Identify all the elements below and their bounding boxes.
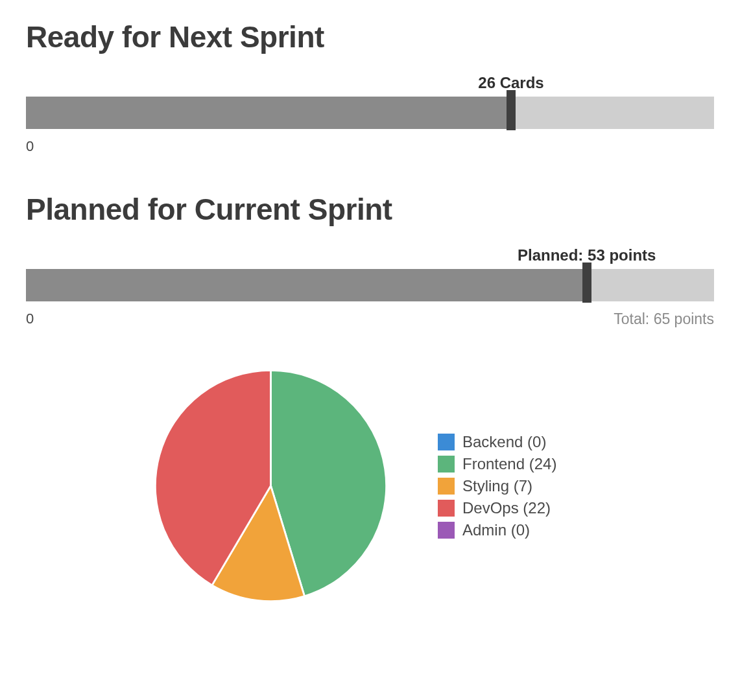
pie-legend-label: Frontend (24) [462, 455, 556, 473]
pie-legend-swatch [438, 478, 455, 495]
pie-legend-item-styling: Styling (7) [438, 475, 556, 497]
planned-gauge-track [26, 269, 714, 301]
pie-legend-item-admin: Admin (0) [438, 519, 556, 541]
pie-legend-swatch [438, 434, 455, 450]
ready-axis: 0 [26, 138, 714, 156]
ready-gauge-bar: 26 Cards [26, 74, 714, 135]
ready-gauge: Ready for Next Sprint 26 Cards 0 [26, 19, 714, 156]
ready-gauge-fill [26, 97, 511, 129]
pie-chart [149, 364, 392, 607]
pie-chart-block: Backend (0)Frontend (24)Styling (7)DevOp… [26, 364, 714, 607]
planned-axis: 0 Total: 65 points [26, 310, 714, 329]
pie-legend-label: DevOps (22) [462, 499, 551, 517]
ready-gauge-track [26, 97, 714, 129]
pie-legend-swatch [438, 500, 455, 517]
pie-legend-swatch [438, 456, 455, 472]
ready-gauge-marker [507, 90, 516, 130]
pie-legend-label: Admin (0) [462, 521, 530, 539]
pie-legend-label: Styling (7) [462, 477, 532, 495]
planned-axis-left: 0 [26, 310, 34, 327]
planned-gauge-marker [582, 262, 591, 303]
pie-legend: Backend (0)Frontend (24)Styling (7)DevOp… [438, 431, 556, 541]
pie-legend-label: Backend (0) [462, 433, 546, 451]
ready-marker-label: 26 Cards [478, 74, 543, 92]
planned-gauge-bar: Planned: 53 points [26, 246, 714, 308]
pie-legend-swatch [438, 522, 455, 539]
pie-legend-item-frontend: Frontend (24) [438, 453, 556, 475]
planned-gauge-fill [26, 269, 587, 301]
planned-title: Planned for Current Sprint [26, 192, 714, 227]
planned-marker-label: Planned: 53 points [518, 246, 656, 264]
ready-axis-left: 0 [26, 138, 34, 155]
pie-legend-item-backend: Backend (0) [438, 431, 556, 453]
planned-axis-right: Total: 65 points [614, 310, 714, 328]
pie-legend-item-devops: DevOps (22) [438, 497, 556, 519]
planned-gauge: Planned for Current Sprint Planned: 53 p… [26, 192, 714, 329]
ready-title: Ready for Next Sprint [26, 19, 714, 54]
